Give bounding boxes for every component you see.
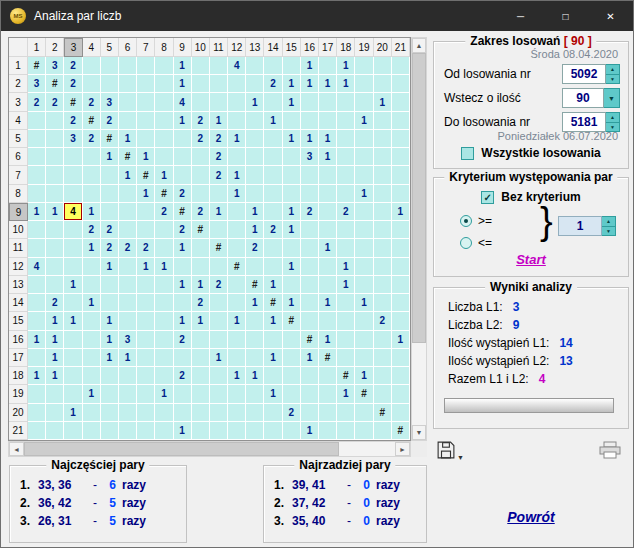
grid-cell[interactable] — [283, 166, 301, 184]
grid-cell[interactable]: 1 — [155, 385, 173, 403]
grid-cell[interactable] — [228, 93, 246, 111]
grid-cell[interactable]: 2 — [174, 331, 192, 349]
grid-cell[interactable] — [337, 221, 355, 239]
grid-cell[interactable]: # — [392, 422, 410, 440]
grid-cell[interactable]: 2 — [174, 367, 192, 385]
grid-cell[interactable] — [355, 239, 373, 257]
grid-cell[interactable] — [392, 294, 410, 312]
grid-cell[interactable]: 1 — [319, 239, 337, 257]
grid-cell[interactable]: 3 — [46, 57, 64, 75]
grid-cell[interactable] — [355, 75, 373, 93]
grid-cell[interactable]: 1 — [174, 112, 192, 130]
grid-cell[interactable]: 4 — [28, 258, 46, 276]
grid-cell[interactable] — [101, 166, 119, 184]
grid-cell[interactable] — [137, 331, 155, 349]
grid-cell[interactable] — [264, 258, 282, 276]
grid-cell[interactable] — [119, 75, 137, 93]
grid-cell[interactable] — [64, 367, 82, 385]
grid-cell[interactable] — [101, 404, 119, 422]
grid-cell[interactable] — [174, 130, 192, 148]
grid-cell[interactable]: # — [374, 404, 392, 422]
grid-cell[interactable]: 2 — [101, 221, 119, 239]
grid-cell[interactable] — [355, 130, 373, 148]
grid-cell[interactable] — [137, 112, 155, 130]
grid-cell[interactable]: 1 — [355, 367, 373, 385]
grid-cell[interactable] — [246, 312, 264, 330]
count-spin-down-icon[interactable]: ▼ — [602, 226, 615, 236]
grid-cell[interactable] — [301, 276, 319, 294]
grid-cell[interactable] — [246, 404, 264, 422]
grid-cell[interactable] — [374, 294, 392, 312]
grid-cell[interactable] — [155, 367, 173, 385]
col-header[interactable]: 12 — [228, 38, 246, 57]
grid-cell[interactable] — [374, 112, 392, 130]
grid-cell[interactable] — [228, 276, 246, 294]
grid-cell[interactable] — [283, 276, 301, 294]
grid-cell[interactable] — [28, 221, 46, 239]
grid-cell[interactable] — [137, 203, 155, 221]
grid-cell[interactable]: 2 — [137, 239, 155, 257]
grid-cell[interactable] — [392, 239, 410, 257]
grid-cell[interactable] — [374, 385, 392, 403]
grid-cell[interactable] — [337, 349, 355, 367]
grid-cell[interactable] — [101, 294, 119, 312]
grid-cell[interactable]: 1 — [228, 367, 246, 385]
grid-cell[interactable] — [264, 130, 282, 148]
grid-cell[interactable] — [83, 57, 101, 75]
grid-cell[interactable] — [28, 239, 46, 257]
grid-cell[interactable] — [374, 130, 392, 148]
grid-cell[interactable] — [101, 422, 119, 440]
grid-cell[interactable]: 2 — [174, 221, 192, 239]
grid-cell[interactable]: 1 — [374, 93, 392, 111]
row-header[interactable]: 15 — [9, 312, 28, 330]
grid-cell[interactable]: 1 — [137, 185, 155, 203]
grid-cell[interactable]: # — [137, 166, 155, 184]
grid-cell[interactable] — [155, 349, 173, 367]
grid-cell[interactable]: 2 — [64, 112, 82, 130]
ge-radio[interactable] — [460, 215, 472, 227]
col-header[interactable]: 18 — [337, 38, 355, 57]
grid-cell[interactable] — [192, 148, 210, 166]
grid-cell[interactable] — [319, 276, 337, 294]
grid-cell[interactable] — [210, 422, 228, 440]
grid-cell[interactable]: # — [283, 312, 301, 330]
grid-cell[interactable]: 4 — [174, 93, 192, 111]
grid-cell[interactable]: 1 — [301, 130, 319, 148]
grid-cell[interactable] — [155, 294, 173, 312]
grid-cell[interactable]: # — [101, 130, 119, 148]
grid-cell[interactable]: 2 — [46, 294, 64, 312]
grid-cell[interactable]: 1 — [46, 203, 64, 221]
grid-cell[interactable] — [264, 239, 282, 257]
grid-cell[interactable] — [155, 404, 173, 422]
grid-cell[interactable] — [28, 166, 46, 184]
grid-cell[interactable] — [137, 294, 155, 312]
grid-cell[interactable]: # — [174, 203, 192, 221]
grid-cell[interactable]: 1 — [246, 294, 264, 312]
do-losowania-input[interactable]: 5181 — [562, 112, 606, 132]
grid-cell[interactable]: 1 — [174, 239, 192, 257]
count-spin-up-icon[interactable]: ▲ — [602, 217, 615, 226]
grid-cell[interactable]: 1 — [337, 258, 355, 276]
grid-cell[interactable] — [264, 185, 282, 203]
col-header[interactable]: 19 — [355, 38, 373, 57]
grid-cell[interactable] — [374, 185, 392, 203]
grid-cell[interactable] — [174, 258, 192, 276]
col-header[interactable]: 14 — [264, 38, 282, 57]
grid-cell[interactable]: 1 — [246, 93, 264, 111]
grid-cell[interactable]: 1 — [337, 385, 355, 403]
grid-cell[interactable] — [355, 166, 373, 184]
grid-cell[interactable] — [355, 203, 373, 221]
grid-cell[interactable] — [192, 166, 210, 184]
grid-cell[interactable]: 4 — [228, 57, 246, 75]
grid-cell[interactable] — [355, 422, 373, 440]
grid-cell[interactable] — [246, 166, 264, 184]
grid-cell[interactable] — [83, 148, 101, 166]
grid-cell[interactable]: 1 — [228, 312, 246, 330]
grid-cell[interactable] — [319, 312, 337, 330]
grid-cell[interactable]: 1 — [119, 166, 137, 184]
grid-cell[interactable] — [137, 349, 155, 367]
grid-cell[interactable] — [83, 75, 101, 93]
grid-cell[interactable] — [301, 221, 319, 239]
grid-cell[interactable] — [301, 385, 319, 403]
grid-cell[interactable] — [28, 404, 46, 422]
